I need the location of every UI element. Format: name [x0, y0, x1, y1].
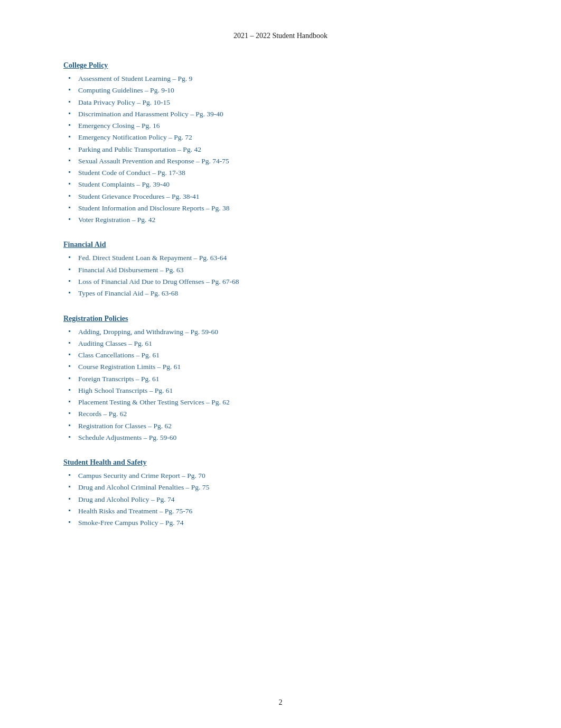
list-item[interactable]: Types of Financial Aid – Pg. 63-68 — [63, 288, 498, 299]
section-list-student-health-safety: Campus Security and Crime Report – Pg. 7… — [63, 470, 498, 529]
list-item[interactable]: Schedule Adjustments – Pg. 59-60 — [63, 432, 498, 444]
list-item[interactable]: Sexual Assault Prevention and Response –… — [63, 155, 498, 167]
list-item[interactable]: Records – Pg. 62 — [63, 408, 498, 420]
page-footer: 2 — [0, 698, 561, 707]
page-header: 2021 – 2022 Student Handbook — [63, 32, 498, 40]
section-list-financial-aid: Fed. Direct Student Loan & Repayment – P… — [63, 252, 498, 299]
list-item[interactable]: Financial Aid Disbursement – Pg. 63 — [63, 264, 498, 276]
section-list-registration-policies: Adding, Dropping, and Withdrawing – Pg. … — [63, 326, 498, 444]
list-item[interactable]: Parking and Public Transportation – Pg. … — [63, 144, 498, 155]
sections-container: College PolicyAssessment of Student Lear… — [63, 61, 498, 529]
section-title-registration-policies: Registration Policies — [63, 315, 498, 323]
section-title-student-health-safety: Student Health and Safety — [63, 458, 498, 467]
list-item[interactable]: Foreign Transcripts – Pg. 61 — [63, 373, 498, 385]
list-item[interactable]: Data Privacy Policy – Pg. 10-15 — [63, 97, 498, 108]
section-student-health-safety: Student Health and SafetyCampus Security… — [63, 458, 498, 529]
list-item[interactable]: Loss of Financial Aid Due to Drug Offens… — [63, 276, 498, 288]
list-item[interactable]: Campus Security and Crime Report – Pg. 7… — [63, 470, 498, 482]
list-item[interactable]: Auditing Classes – Pg. 61 — [63, 338, 498, 349]
section-title-college-policy: College Policy — [63, 61, 498, 70]
list-item[interactable]: High School Transcripts – Pg. 61 — [63, 385, 498, 397]
section-college-policy: College PolicyAssessment of Student Lear… — [63, 61, 498, 226]
list-item[interactable]: Registration for Classes – Pg. 62 — [63, 420, 498, 432]
list-item[interactable]: Discrimination and Harassment Policy – P… — [63, 108, 498, 120]
list-item[interactable]: Adding, Dropping, and Withdrawing – Pg. … — [63, 326, 498, 338]
list-item[interactable]: Placement Testing & Other Testing Servic… — [63, 397, 498, 408]
list-item[interactable]: Class Cancellations – Pg. 61 — [63, 349, 498, 361]
list-item[interactable]: Student Grievance Procedures – Pg. 38-41 — [63, 191, 498, 202]
list-item[interactable]: Emergency Closing – Pg. 16 — [63, 120, 498, 132]
list-item[interactable]: Drug and Alcohol Policy – Pg. 74 — [63, 494, 498, 505]
list-item[interactable]: Fed. Direct Student Loan & Repayment – P… — [63, 252, 498, 264]
section-registration-policies: Registration PoliciesAdding, Dropping, a… — [63, 315, 498, 444]
list-item[interactable]: Health Risks and Treatment – Pg. 75-76 — [63, 505, 498, 517]
section-financial-aid: Financial AidFed. Direct Student Loan & … — [63, 241, 498, 299]
section-list-college-policy: Assessment of Student Learning – Pg. 9Co… — [63, 73, 498, 226]
page-number: 2 — [279, 698, 283, 706]
document-title: 2021 – 2022 Student Handbook — [233, 32, 328, 40]
list-item[interactable]: Assessment of Student Learning – Pg. 9 — [63, 73, 498, 85]
list-item[interactable]: Student Information and Disclosure Repor… — [63, 202, 498, 214]
list-item[interactable]: Drug and Alcohol Criminal Penalties – Pg… — [63, 482, 498, 493]
list-item[interactable]: Computing Guidelines – Pg. 9-10 — [63, 85, 498, 96]
list-item[interactable]: Student Complaints – Pg. 39-40 — [63, 179, 498, 190]
page-container: 2021 – 2022 Student Handbook College Pol… — [0, 0, 561, 728]
list-item[interactable]: Voter Registration – Pg. 42 — [63, 214, 498, 226]
list-item[interactable]: Emergency Notification Policy – Pg. 72 — [63, 132, 498, 143]
list-item[interactable]: Student Code of Conduct – Pg. 17-38 — [63, 167, 498, 179]
section-title-financial-aid: Financial Aid — [63, 241, 498, 249]
list-item[interactable]: Course Registration Limits – Pg. 61 — [63, 361, 498, 373]
list-item[interactable]: Smoke-Free Campus Policy – Pg. 74 — [63, 517, 498, 529]
